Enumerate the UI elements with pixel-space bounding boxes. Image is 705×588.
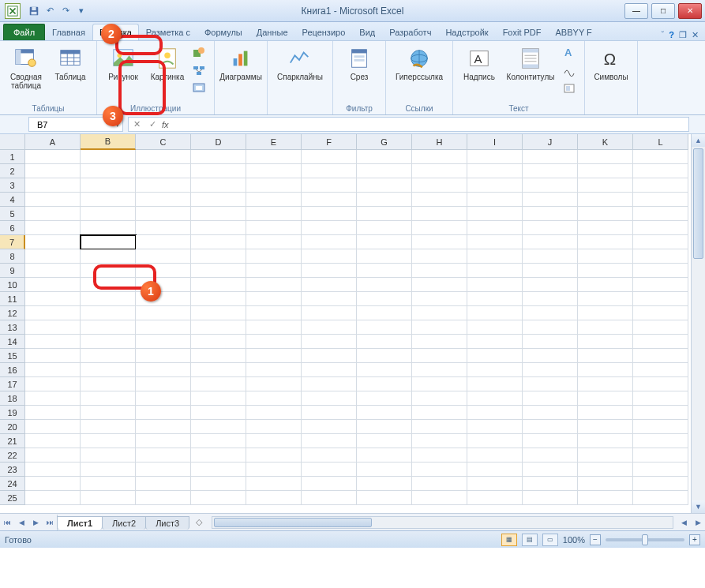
cell-F23[interactable] [302,463,357,477]
cell-C8[interactable] [136,249,191,264]
cell-G13[interactable] [357,320,412,335]
cell-E14[interactable] [246,335,302,349]
cell-H15[interactable] [412,349,467,363]
row-header-22[interactable]: 22 [0,448,25,463]
cell-H9[interactable] [412,264,467,278]
cell-H7[interactable] [412,235,467,249]
view-normal-button[interactable]: ▦ [501,534,517,546]
cell-I20[interactable] [467,420,523,434]
cell-H2[interactable] [412,164,467,178]
cell-D7[interactable] [191,235,246,249]
cell-E16[interactable] [246,363,302,377]
qat-dropdown-icon[interactable]: ▾ [74,4,88,18]
cell-G2[interactable] [357,164,412,178]
scroll-down-arrow[interactable]: ▼ [692,500,705,513]
new-sheet-button[interactable]: ◇ [189,517,208,527]
headerfooter-button[interactable]: Колонтитулы [502,43,559,84]
cell-H10[interactable] [412,278,467,292]
cell-C5[interactable] [136,207,191,221]
cell-A22[interactable] [25,448,81,463]
cell-I17[interactable] [467,377,523,391]
cell-K16[interactable] [578,363,633,377]
cell-D10[interactable] [191,278,246,292]
cell-L24[interactable] [633,477,688,491]
cell-A3[interactable] [25,178,81,193]
column-header-L[interactable]: L [633,134,688,150]
cell-C4[interactable] [136,193,191,207]
cell-B8[interactable] [81,249,136,264]
cell-C12[interactable] [136,306,191,320]
cell-F10[interactable] [302,278,357,292]
zoom-in-button[interactable]: + [689,534,700,545]
cell-K25[interactable] [578,491,633,505]
cell-L21[interactable] [633,434,688,448]
cell-A11[interactable] [25,292,81,306]
cell-H8[interactable] [412,249,467,264]
cell-K15[interactable] [578,349,633,363]
cell-E13[interactable] [246,320,302,335]
cell-J25[interactable] [523,491,578,505]
cell-L2[interactable] [633,164,688,178]
cell-C6[interactable] [136,221,191,235]
cell-J14[interactable] [523,335,578,349]
row-header-20[interactable]: 20 [0,420,25,434]
cell-L9[interactable] [633,264,688,278]
cell-F19[interactable] [302,406,357,420]
cell-H11[interactable] [412,292,467,306]
cell-F9[interactable] [302,264,357,278]
cell-D2[interactable] [191,164,246,178]
object-icon[interactable] [561,80,578,97]
cell-A5[interactable] [25,207,81,221]
cell-L10[interactable] [633,278,688,292]
undo-icon[interactable]: ↶ [43,4,57,18]
charts-button[interactable]: Диаграммы [219,43,262,84]
row-header-6[interactable]: 6 [0,221,25,235]
cell-D19[interactable] [191,406,246,420]
cell-J15[interactable] [523,349,578,363]
cell-J8[interactable] [523,249,578,264]
cell-H23[interactable] [412,463,467,477]
cell-area[interactable] [25,150,691,513]
hyperlink-button[interactable]: Гиперссылка [391,43,448,84]
cell-C23[interactable] [136,463,191,477]
column-header-G[interactable]: G [357,134,412,150]
ribbon-tab-4[interactable]: Данные [249,24,295,40]
cell-G16[interactable] [357,363,412,377]
cell-L6[interactable] [633,221,688,235]
cell-I16[interactable] [467,363,523,377]
minimize-ribbon-icon[interactable]: ˇ [662,30,665,40]
cell-D15[interactable] [191,349,246,363]
cell-K3[interactable] [578,178,633,193]
cell-D9[interactable] [191,264,246,278]
ribbon-tab-1[interactable]: Вставка [92,24,139,40]
cell-F11[interactable] [302,292,357,306]
cell-C16[interactable] [136,363,191,377]
cell-J20[interactable] [523,420,578,434]
accept-formula-icon[interactable]: ✓ [144,119,160,129]
cell-G21[interactable] [357,434,412,448]
cell-E7[interactable] [246,235,302,249]
cell-I22[interactable] [467,448,523,463]
cell-F6[interactable] [302,221,357,235]
cell-I12[interactable] [467,306,523,320]
cell-J17[interactable] [523,377,578,391]
cell-J24[interactable] [523,477,578,491]
cell-E2[interactable] [246,164,302,178]
cell-K8[interactable] [578,249,633,264]
cell-D14[interactable] [191,335,246,349]
cell-I1[interactable] [467,150,523,164]
cell-B13[interactable] [81,320,136,335]
column-header-B[interactable]: B [81,134,136,150]
cell-I11[interactable] [467,292,523,306]
cell-I6[interactable] [467,221,523,235]
cell-D3[interactable] [191,178,246,193]
ribbon-tab-3[interactable]: Формулы [197,24,249,40]
cell-C25[interactable] [136,491,191,505]
cell-I13[interactable] [467,320,523,335]
row-header-25[interactable]: 25 [0,491,25,505]
cell-I14[interactable] [467,335,523,349]
row-header-19[interactable]: 19 [0,406,25,420]
save-icon[interactable] [27,4,41,18]
cell-J21[interactable] [523,434,578,448]
cell-E11[interactable] [246,292,302,306]
